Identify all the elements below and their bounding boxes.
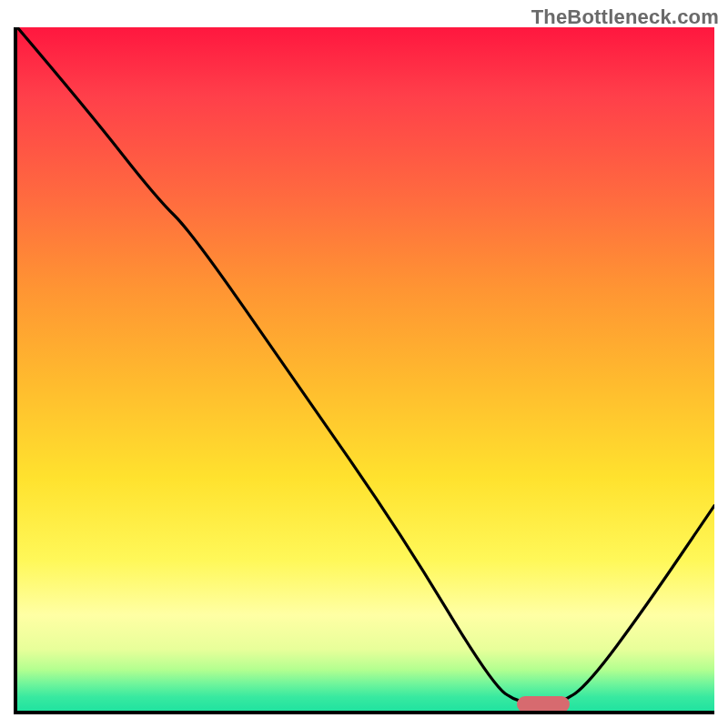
chart-container: TheBottleneck.com	[0, 0, 728, 728]
attribution-label: TheBottleneck.com	[531, 5, 719, 29]
curve-svg	[17, 27, 714, 711]
optimal-marker	[517, 696, 570, 713]
bottleneck-curve	[17, 27, 714, 704]
plot-area	[14, 27, 714, 714]
